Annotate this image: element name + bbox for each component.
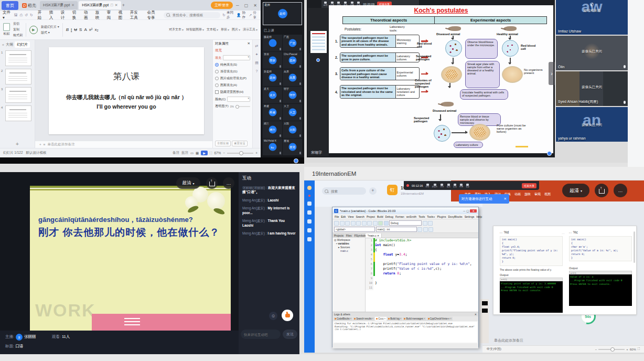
maximize-button[interactable]: ▢ — [466, 209, 469, 213]
tree-folder[interactable]: ▸ Sources — [332, 245, 365, 249]
undo-icon[interactable] — [351, 221, 356, 226]
radio-icon[interactable] — [215, 63, 219, 67]
participant-tile[interactable]: 太阳 太阳 — [283, 121, 302, 138]
close-icon[interactable]: × — [400, 317, 402, 320]
zoom-out-button[interactable]: − — [595, 348, 597, 351]
comment-toggle[interactable]: 批注 — [181, 151, 188, 155]
copy-icon[interactable] — [367, 221, 372, 226]
ribbon-tab[interactable]: 切换 — [70, 9, 81, 22]
redo-icon[interactable] — [356, 221, 361, 226]
new-file-icon[interactable] — [334, 221, 339, 226]
slide-thumbnail[interactable] — [482, 301, 488, 305]
tree-project[interactable]: ▪ variables — [332, 241, 365, 245]
meeting-tool-button[interactable]: 成员 — [447, 184, 450, 188]
ribbon-tab[interactable]: 视图 — [116, 9, 127, 22]
slide-thumbnail-image[interactable] — [5, 69, 31, 84]
fill-option[interactable]: 渐变填充(G) — [215, 69, 250, 74]
notes-placeholder[interactable]: 单击此处添加备注 — [494, 338, 523, 343]
effects-icon[interactable]: ✦ — [255, 52, 259, 57]
log-tab[interactable]: CodeBlocks× — [334, 317, 352, 321]
ribbon-tab[interactable]: 设计 — [58, 9, 69, 22]
fill-option[interactable]: 图片或纹理填充(P) — [215, 76, 250, 81]
ribbon-tab[interactable]: 会员专享 — [145, 9, 162, 22]
tree-file[interactable]: main.c — [332, 249, 365, 252]
ppt-menu-item[interactable]: 视图 — [544, 192, 551, 197]
view-normal-icon[interactable]: ▭ — [190, 151, 194, 155]
format-painter-button[interactable]: 格式刷 — [13, 33, 23, 38]
slide-thumbnail[interactable]: 4 — [5, 105, 33, 121]
menu-item[interactable]: File — [335, 215, 339, 218]
ppt-menu-item[interactable]: 放映 — [524, 192, 531, 197]
zoom-slider[interactable] — [227, 153, 253, 154]
menu-item[interactable]: DoxyBlocks — [448, 215, 463, 218]
like-button[interactable] — [282, 310, 293, 321]
fit-icon[interactable]: ⛶ — [638, 347, 640, 351]
ribbon-tab[interactable]: 开发工具 — [127, 9, 144, 22]
menu-item[interactable]: Fortran — [395, 215, 404, 218]
close-icon[interactable]: × — [450, 317, 452, 320]
command-search[interactable] — [164, 12, 220, 18]
more-options-button[interactable]: … — [614, 184, 627, 197]
menu-item[interactable]: wxSmith — [406, 215, 417, 218]
fit-icon[interactable]: ⛶ — [210, 151, 212, 155]
close-icon[interactable]: ✕ — [71, 3, 74, 7]
new-slide-button[interactable]: 新建幻灯片 ▾ — [41, 25, 59, 29]
radio-icon[interactable] — [215, 77, 219, 80]
meeting-tool-button[interactable]: 静音 — [324, 2, 328, 6]
sync-status[interactable]: ↻未同步 — [222, 10, 234, 20]
search-icon[interactable] — [423, 227, 428, 232]
meeting-tool-button[interactable]: 互动 — [453, 184, 457, 188]
notes-toggle[interactable]: 备注 — [173, 151, 179, 155]
step-icon[interactable] — [428, 221, 433, 226]
search-input[interactable] — [171, 13, 218, 17]
slide-mini-thumbnail[interactable] — [310, 31, 327, 53]
notes-strip[interactable]: + ≡ 单击此处添加备注 — [35, 141, 212, 148]
participant-tile[interactable]: 孟天 孟天 — [263, 87, 282, 103]
format-button[interactable]: x₂ — [94, 27, 98, 32]
print-icon[interactable]: ⎙ — [19, 13, 23, 17]
meeting-tool-button[interactable]: 摄像头 — [432, 184, 438, 188]
quality-selector[interactable]: 超清▾ — [176, 177, 200, 189]
ribbon-chip[interactable]: 图片▾ — [232, 27, 240, 32]
collab-button[interactable]: 👤协作 — [237, 10, 247, 20]
participant-tile[interactable]: Md Helal K ku — [263, 139, 282, 155]
participant-tile[interactable]: 高晨 高晨 — [283, 69, 302, 86]
properties-icon[interactable]: ⇄ — [255, 44, 259, 48]
close-icon[interactable]: × — [350, 317, 352, 320]
new-tab-button[interactable]: + — [122, 3, 125, 8]
tree-workspace[interactable]: ◎ Workspace — [332, 238, 365, 241]
add-slide-button[interactable]: + — [0, 140, 35, 148]
participant-video-tile[interactable]: 摄像头已关闭 Ölin — [556, 36, 628, 70]
participant-tile[interactable]: 广思 广思 — [283, 35, 302, 51]
ppt-menu-item[interactable]: 审阅 — [534, 192, 541, 197]
radio-icon[interactable] — [215, 70, 219, 73]
end-share-button[interactable]: 结束共享 — [522, 183, 536, 188]
group-avatar[interactable]: 钉 — [387, 185, 398, 195]
messages-icon[interactable] — [307, 201, 312, 206]
log-tab[interactable]: Build log× — [387, 317, 402, 321]
help-icon[interactable]: ? — [256, 69, 258, 73]
radio-icon[interactable] — [215, 83, 219, 87]
format-button[interactable]: x² — [89, 27, 93, 32]
hide-bg-option[interactable]: 隐藏背景图形(H) — [215, 90, 250, 94]
layout-button[interactable]: 版式 ▾ — [41, 30, 59, 35]
next-page-chevron[interactable]: › — [549, 62, 555, 85]
app-search[interactable] — [322, 187, 366, 195]
participant-video-tile[interactable]: aw ✆ 超时未接通 Imtiaz Utshaw — [556, 0, 628, 35]
ribbon-tab[interactable]: 审阅 — [104, 9, 115, 22]
participant-tile[interactable]: 姆兰 姆兰 — [263, 121, 282, 138]
meeting-tool-button[interactable]: 投票 — [459, 184, 463, 188]
paste-button[interactable]: 粘贴 — [3, 23, 10, 36]
slide-thumbnail-image[interactable] — [5, 50, 31, 66]
zoom-out-button[interactable]: − — [223, 151, 225, 155]
scope-dropdown[interactable]: <global> — [334, 227, 375, 232]
close-icon[interactable]: ✕ — [504, 197, 507, 201]
slide-thumbnail[interactable]: 2 — [5, 69, 33, 84]
teacher-video-tile[interactable]: 老师 老师 — [263, 2, 302, 25]
participant-video-tile[interactable]: 摄像头已关闭 Syed Ahsan Habib(周星) — [556, 71, 628, 106]
pin-icon[interactable]: ⏍ — [110, 3, 113, 7]
menu-item[interactable]: View — [348, 215, 353, 218]
slide-thumbnail[interactable]: 1 — [5, 50, 33, 66]
expand-notes-icon[interactable]: + — [39, 143, 41, 146]
fill-dropdown[interactable] — [223, 55, 250, 60]
